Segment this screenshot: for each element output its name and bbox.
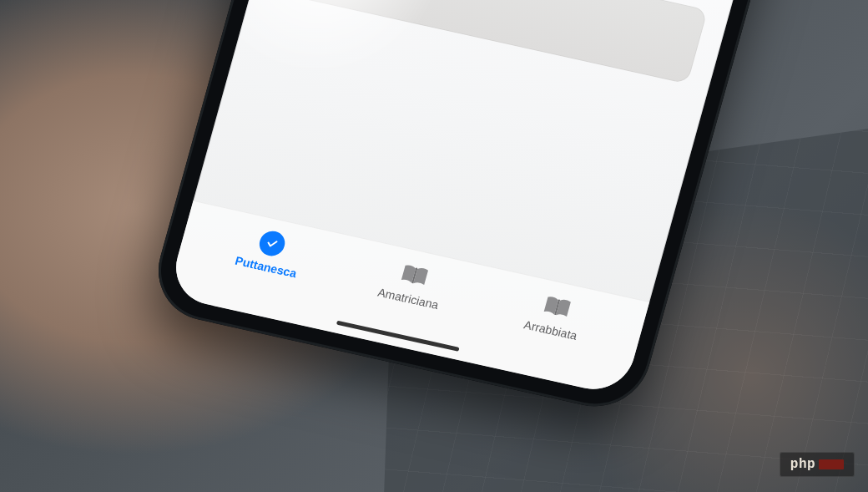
book-icon	[540, 292, 574, 322]
tab-label: Puttanesca	[234, 254, 298, 281]
tab-label: Amatriciana	[376, 286, 440, 312]
watermark-badge: php	[780, 452, 855, 477]
watermark-redacted	[819, 459, 844, 469]
photo-background: … 15 minutes, until sauce thickens. 4. D…	[0, 0, 868, 492]
tab-label: Arrabbiata	[522, 317, 578, 342]
watermark-text: php	[790, 457, 815, 472]
book-icon	[397, 260, 431, 290]
related-card-placeholder[interactable]	[274, 0, 709, 84]
check-circle-icon	[255, 228, 290, 258]
